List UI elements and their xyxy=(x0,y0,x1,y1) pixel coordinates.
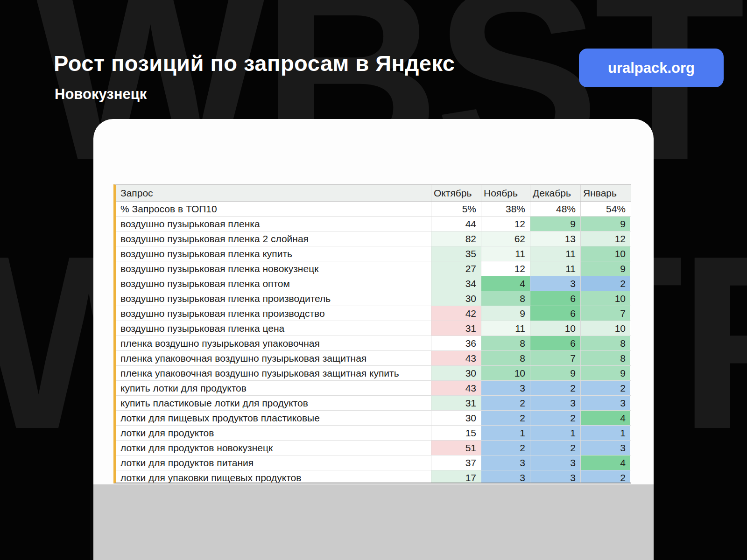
column-header-декабрь: Декабрь xyxy=(530,185,580,201)
query-cell: воздушно пузырьковая пленка производител… xyxy=(116,291,431,306)
table-row: лотки для упаковки пищевых продуктов1733… xyxy=(116,470,631,483)
value-cell: 3 xyxy=(481,470,530,483)
table-row: воздушно пузырьковая пленка производство… xyxy=(116,306,631,321)
query-cell: лотки для пищевых продуктов пластиковые xyxy=(116,411,431,425)
value-cell: 3 xyxy=(530,396,580,410)
value-cell: 43 xyxy=(431,381,481,395)
value-cell: 62 xyxy=(481,231,530,246)
value-cell: 11 xyxy=(481,321,530,336)
value-cell: 35 xyxy=(431,246,481,261)
value-cell: 4 xyxy=(481,276,530,291)
query-cell: воздушно пузырьковая пленка цена xyxy=(116,321,431,336)
table-row: воздушно пузырьковая пленка купить351111… xyxy=(116,246,631,261)
value-cell: 6 xyxy=(530,306,580,321)
value-cell: 2 xyxy=(580,276,630,291)
value-cell: 10 xyxy=(580,291,630,306)
query-cell: воздушно пузырьковая пленка новокузнецк xyxy=(116,261,431,276)
table-row: лотки для продуктов питания37334 xyxy=(116,455,631,470)
table-row: лотки для продуктов новокузнецк51223 xyxy=(116,441,631,455)
value-cell: 8 xyxy=(481,351,530,365)
query-cell: лотки для упаковки пищевых продуктов xyxy=(116,470,431,483)
value-cell: 3 xyxy=(530,470,580,483)
value-cell: 36 xyxy=(431,336,481,350)
value-cell: 12 xyxy=(481,217,530,231)
content-card: ЗапросОктябрьНоябрьДекабрьЯнварь % Запро… xyxy=(93,119,654,560)
value-cell: 12 xyxy=(580,231,630,246)
value-cell: 15 xyxy=(431,426,481,440)
value-cell: 2 xyxy=(481,411,530,425)
value-cell: 48% xyxy=(530,202,580,216)
value-cell: 30 xyxy=(431,291,481,306)
value-cell: 3 xyxy=(481,381,530,395)
value-cell: 8 xyxy=(481,291,530,306)
table-row: купить пластиковые лотки для продуктов31… xyxy=(116,396,631,411)
value-cell: 9 xyxy=(530,366,580,380)
value-cell: 10 xyxy=(481,366,530,380)
value-cell: 6 xyxy=(530,291,580,306)
value-cell: 6 xyxy=(530,336,580,350)
table-row: воздушно пузырьковая пленка441299 xyxy=(116,217,631,231)
value-cell: 7 xyxy=(530,351,580,365)
value-cell: 1 xyxy=(530,426,580,440)
value-cell: 2 xyxy=(530,381,580,395)
value-cell: 9 xyxy=(481,306,530,321)
site-badge[interactable]: uralpack.org xyxy=(579,49,724,87)
value-cell: 13 xyxy=(530,231,580,246)
value-cell: 2 xyxy=(580,381,630,395)
value-cell: 42 xyxy=(431,306,481,321)
table-row: пленка упаковочная воздушно пузырьковая … xyxy=(116,366,631,381)
query-cell: лотки для продуктов новокузнецк xyxy=(116,441,431,455)
column-header-октябрь: Октябрь xyxy=(431,185,481,201)
positions-table: ЗапросОктябрьНоябрьДекабрьЯнварь % Запро… xyxy=(113,184,631,483)
value-cell: 3 xyxy=(530,455,580,470)
table-row: воздушно пузырьковая пленка новокузнецк2… xyxy=(116,261,631,276)
table-body: % Запросов в ТОП105%38%48%54%воздушно пу… xyxy=(116,202,631,483)
value-cell: 2 xyxy=(530,441,580,455)
table-row: воздушно пузырьковая пленка оптом34432 xyxy=(116,276,631,291)
value-cell: 38% xyxy=(481,202,530,216)
query-cell: воздушно пузырьковая пленка 2 слойная xyxy=(116,231,431,246)
query-cell: купить пластиковые лотки для продуктов xyxy=(116,396,431,410)
value-cell: 11 xyxy=(530,261,580,276)
value-cell: 54% xyxy=(580,202,630,216)
page-title: Рост позиций по запросам в Яндекс xyxy=(54,50,455,76)
value-cell: 30 xyxy=(431,411,481,425)
table-row: % Запросов в ТОП105%38%48%54% xyxy=(116,202,631,217)
value-cell: 2 xyxy=(580,470,630,483)
value-cell: 9 xyxy=(580,217,630,231)
query-cell: купить лотки для продуктов xyxy=(116,381,431,395)
table-row: воздушно пузырьковая пленка производител… xyxy=(116,291,631,306)
value-cell: 27 xyxy=(431,261,481,276)
value-cell: 82 xyxy=(431,231,481,246)
value-cell: 1 xyxy=(580,426,630,440)
value-cell: 2 xyxy=(481,396,530,410)
slide: WBSTR WBSTR Рост позиций по запросам в Я… xyxy=(0,0,747,560)
table-row: пленка упаковочная воздушно пузырьковая … xyxy=(116,351,631,366)
value-cell: 31 xyxy=(431,321,481,336)
query-cell: воздушно пузырьковая пленка купить xyxy=(116,246,431,261)
value-cell: 11 xyxy=(530,246,580,261)
column-header-ноябрь: Ноябрь xyxy=(481,185,530,201)
value-cell: 3 xyxy=(580,396,630,410)
value-cell: 8 xyxy=(580,336,630,350)
value-cell: 8 xyxy=(481,336,530,350)
query-cell: воздушно пузырьковая пленка производство xyxy=(116,306,431,321)
value-cell: 3 xyxy=(530,276,580,291)
value-cell: 9 xyxy=(530,217,580,231)
value-cell: 10 xyxy=(580,246,630,261)
value-cell: 9 xyxy=(580,366,630,380)
sheet-gray-background xyxy=(93,484,654,560)
value-cell: 8 xyxy=(580,351,630,365)
value-cell: 4 xyxy=(580,455,630,470)
value-cell: 34 xyxy=(431,276,481,291)
value-cell: 51 xyxy=(431,441,481,455)
table-row: лотки для пищевых продуктов пластиковые3… xyxy=(116,411,631,426)
column-header-query: Запрос xyxy=(116,185,431,201)
value-cell: 5% xyxy=(431,202,481,216)
value-cell: 10 xyxy=(580,321,630,336)
value-cell: 43 xyxy=(431,351,481,365)
table-row: пленка воздушно пузырьковая упаковочная3… xyxy=(116,336,631,351)
value-cell: 2 xyxy=(481,441,530,455)
value-cell: 12 xyxy=(481,261,530,276)
value-cell: 1 xyxy=(481,426,530,440)
